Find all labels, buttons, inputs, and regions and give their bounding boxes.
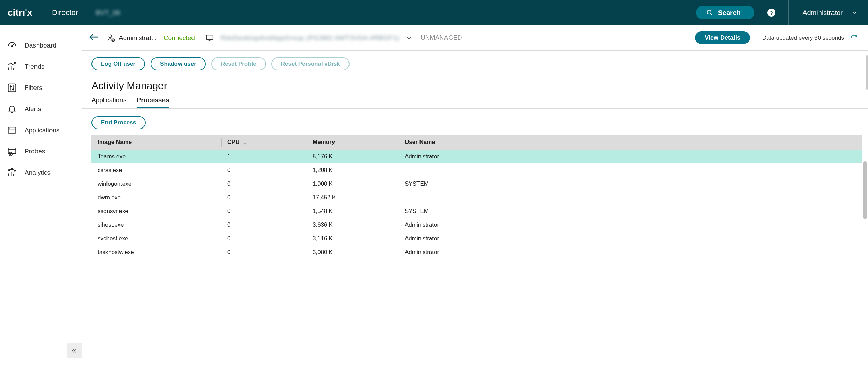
- user-menu[interactable]: Administrator: [788, 0, 868, 25]
- search-icon: [706, 9, 713, 16]
- svg-point-28: [109, 35, 112, 38]
- refresh-text: Data updated every 30 seconds: [762, 35, 844, 41]
- cell-user: SYSTEM: [399, 204, 862, 218]
- product-name: Director: [43, 0, 87, 25]
- back-arrow-icon[interactable]: [88, 32, 100, 44]
- probes-icon: [7, 146, 17, 157]
- sidebar-item-label: Analytics: [25, 169, 51, 176]
- session-actions: Log Off user Shadow user Reset Profile R…: [82, 51, 868, 70]
- user-info-icon: [106, 33, 115, 42]
- cell-memory: 1,548 K: [307, 204, 399, 218]
- reset-vdisk-button: Reset Personal vDisk: [271, 57, 350, 70]
- cell-user: Administrator: [399, 232, 862, 245]
- endpoint-status: UNMANAGED: [421, 34, 463, 41]
- refresh-icon[interactable]: [850, 34, 858, 42]
- sidebar-item-probes[interactable]: Probes: [0, 141, 82, 162]
- cell-memory: 3,080 K: [307, 245, 399, 259]
- svg-rect-12: [8, 127, 16, 133]
- svg-line-26: [12, 169, 14, 170]
- sidebar-item-label: Trends: [25, 63, 44, 70]
- svg-point-0: [707, 10, 711, 14]
- table-row[interactable]: csrss.exe01,208 K: [91, 163, 862, 177]
- sidebar-item-applications[interactable]: Applications: [0, 120, 82, 141]
- help-icon[interactable]: ?: [767, 9, 775, 17]
- analytics-icon: [7, 167, 17, 178]
- cell-image: csrss.exe: [91, 163, 221, 177]
- sidebar-item-label: Alerts: [25, 105, 41, 113]
- svg-line-25: [10, 169, 12, 170]
- tenant-name: BVT_08: [87, 9, 128, 17]
- svg-point-11: [13, 89, 14, 90]
- sidebar-item-analytics[interactable]: Analytics: [0, 162, 82, 183]
- sidebar-item-label: Dashboard: [25, 42, 56, 49]
- sidebar-item-trends[interactable]: Trends: [0, 56, 82, 77]
- col-user-name[interactable]: User Name: [399, 135, 862, 150]
- chevron-down-icon: [852, 10, 858, 16]
- sidebar-item-dashboard[interactable]: Dashboard: [0, 35, 82, 56]
- cell-image: dwm.exe: [91, 191, 221, 204]
- bell-icon: [7, 104, 17, 114]
- table-row[interactable]: winlogon.exe01,900 KSYSTEM: [91, 177, 862, 191]
- log-off-user-button[interactable]: Log Off user: [91, 57, 145, 70]
- svg-point-9: [10, 86, 11, 87]
- table-row[interactable]: svchost.exe03,116 KAdministrator: [91, 232, 862, 245]
- sidebar-collapse-button[interactable]: [67, 343, 82, 358]
- cell-image: ssonsvr.exe: [91, 204, 221, 218]
- tab-applications[interactable]: Applications: [91, 96, 126, 108]
- cell-memory: 5,176 K: [307, 150, 399, 163]
- sidebar-item-filters[interactable]: Filters: [0, 77, 82, 98]
- trends-icon: [7, 62, 17, 72]
- end-process-button[interactable]: End Process: [91, 116, 146, 129]
- table-row[interactable]: ssonsvr.exe01,548 KSYSTEM: [91, 204, 862, 218]
- tab-processes[interactable]: Processes: [137, 96, 169, 108]
- cell-image: winlogon.exe: [91, 177, 221, 191]
- main: Administrat... Connected RdsDesktopAndAp…: [82, 25, 868, 365]
- svg-rect-7: [8, 84, 16, 92]
- scrollbar[interactable]: [866, 55, 868, 90]
- session-username: Administrat...: [119, 34, 157, 42]
- sidebar-item-label: Probes: [25, 148, 45, 155]
- filters-icon: [7, 83, 17, 93]
- window-icon: [7, 125, 17, 135]
- col-cpu[interactable]: CPU: [221, 135, 307, 150]
- chevron-down-icon[interactable]: [405, 34, 413, 42]
- connection-status: Connected: [163, 34, 195, 42]
- col-image-name[interactable]: Image Name: [91, 135, 221, 150]
- tabs: Applications Processes: [82, 94, 868, 109]
- logo-block: citrıx: [0, 0, 43, 25]
- table-row[interactable]: taskhostw.exe03,080 KAdministrator: [91, 245, 862, 259]
- cell-user: Administrator: [399, 245, 862, 259]
- sidebar-item-label: Filters: [25, 84, 42, 92]
- cell-cpu: 0: [221, 204, 307, 218]
- col-memory[interactable]: Memory: [307, 135, 399, 150]
- monitor-icon: [205, 33, 214, 42]
- subheader: Administrat... Connected RdsDesktopAndAp…: [82, 25, 868, 51]
- svg-line-1: [711, 14, 712, 15]
- user-label: Administrator: [802, 9, 843, 17]
- cell-cpu: 0: [221, 191, 307, 204]
- cell-memory: 3,116 K: [307, 232, 399, 245]
- search-label: Search: [718, 9, 741, 17]
- cell-user: [399, 163, 862, 177]
- table-row[interactable]: sihost.exe03,636 KAdministrator: [91, 218, 862, 232]
- table-row[interactable]: dwm.exe017,452 K: [91, 191, 862, 204]
- session-host: RdsDesktopAndAppGroup (PG3M2 AWT3VDA #RB…: [221, 34, 400, 42]
- cell-cpu: 0: [221, 245, 307, 259]
- col-cpu-label: CPU: [227, 139, 240, 145]
- reset-profile-button: Reset Profile: [211, 57, 266, 70]
- table-scrollbar[interactable]: [863, 161, 867, 219]
- view-details-button[interactable]: View Details: [695, 31, 750, 44]
- svg-rect-32: [206, 35, 213, 39]
- cell-memory: 3,636 K: [307, 218, 399, 232]
- cell-image: taskhostw.exe: [91, 245, 221, 259]
- table-row[interactable]: Teams.exe15,176 KAdministrator: [91, 150, 862, 163]
- sort-desc-icon: [242, 140, 248, 145]
- sidebar-item-alerts[interactable]: Alerts: [0, 98, 82, 120]
- svg-point-3: [12, 46, 13, 47]
- cell-user: [399, 191, 862, 204]
- shadow-user-button[interactable]: Shadow user: [151, 57, 206, 70]
- process-table: Image Name CPU Memory User Name Teams.ex…: [91, 135, 862, 259]
- cell-image: sihost.exe: [91, 218, 221, 232]
- cell-cpu: 0: [221, 177, 307, 191]
- search-button[interactable]: Search: [696, 6, 754, 19]
